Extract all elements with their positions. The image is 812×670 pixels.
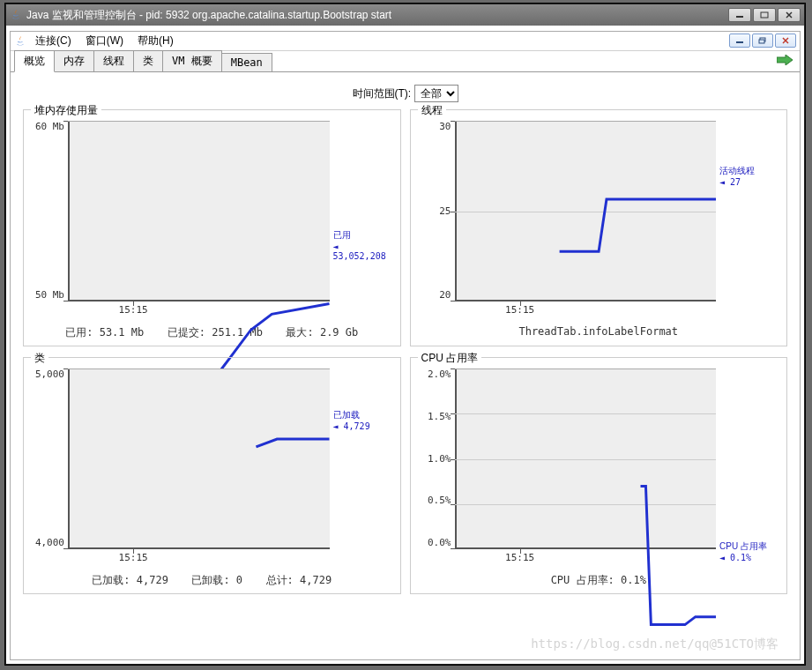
reconnect-icon[interactable] bbox=[777, 55, 793, 65]
chart-threads-footer: ThreadTab.infoLabelFormat bbox=[416, 316, 782, 338]
tab-classes[interactable]: 类 bbox=[133, 50, 163, 71]
chart-classes-plot: 15:15 bbox=[68, 368, 330, 549]
menu-connect[interactable]: 连接(C) bbox=[30, 32, 77, 50]
chart-classes-yaxis: 5,000 4,000 bbox=[29, 368, 68, 564]
chart-threads-legend: 活动线程 ◄ 27 bbox=[716, 121, 781, 316]
chart-heap: 堆内存使用量 60 Mb 50 Mb bbox=[23, 109, 401, 346]
chart-cpu-plot: 15:15 bbox=[455, 368, 717, 549]
chart-classes-title: 类 bbox=[31, 351, 48, 366]
tab-memory[interactable]: 内存 bbox=[54, 50, 94, 71]
chart-classes-legend: 已加载 ◄ 4,729 bbox=[330, 368, 395, 564]
chart-heap-yaxis: 60 Mb 50 Mb bbox=[29, 121, 68, 316]
svg-rect-6 bbox=[759, 40, 764, 43]
tab-vm-summary[interactable]: VM 概要 bbox=[162, 50, 222, 71]
chart-heap-title: 堆内存使用量 bbox=[31, 103, 101, 118]
time-range-label: 时间范围(T): bbox=[353, 87, 412, 100]
tab-threads[interactable]: 线程 bbox=[93, 50, 134, 71]
charts-grid: 堆内存使用量 60 Mb 50 Mb bbox=[23, 109, 787, 594]
tab-bar: 概览 内存 线程 类 VM 概要 MBean bbox=[11, 51, 800, 72]
tab-overview[interactable]: 概览 bbox=[14, 50, 55, 72]
chart-heap-plot: 15:15 bbox=[68, 121, 330, 302]
content-area: 时间范围(T): 全部 堆内存使用量 60 Mb 50 Mb bbox=[11, 74, 800, 659]
chart-classes: 类 5,000 4,000 bbox=[23, 357, 401, 594]
inner-restore-button[interactable] bbox=[752, 34, 773, 48]
inner-close-button[interactable] bbox=[775, 34, 796, 48]
chart-threads: 线程 30 25 20 bbox=[410, 109, 788, 346]
time-range-row: 时间范围(T): 全部 bbox=[23, 81, 787, 109]
chart-threads-plot: 15:15 bbox=[455, 121, 717, 302]
chart-heap-footer: 已用: 53.1 Mb 已提交: 251.1 Mb 最大: 2.9 Gb bbox=[29, 316, 395, 340]
tab-mbean[interactable]: MBean bbox=[221, 53, 272, 71]
title-bar: Java 监视和管理控制台 - pid: 5932 org.apache.cat… bbox=[6, 4, 804, 26]
chart-cpu-legend: CPU 占用率 ◄ 0.1% bbox=[716, 368, 781, 564]
menu-window[interactable]: 窗口(W) bbox=[80, 32, 129, 50]
chart-cpu-yaxis: 2.0% 1.5% 1.0% 0.5% 0.0% bbox=[416, 368, 455, 564]
java-icon-inner bbox=[14, 35, 26, 48]
chart-cpu-title: CPU 占用率 bbox=[418, 351, 482, 366]
svg-rect-1 bbox=[761, 12, 768, 18]
inner-minimize-button[interactable] bbox=[729, 34, 750, 48]
inner-window: 连接(C) 窗口(W) 帮助(H) 概览 内存 线程 类 VM 概要 MBean… bbox=[10, 31, 801, 660]
close-button[interactable] bbox=[778, 8, 801, 22]
time-range-select[interactable]: 全部 bbox=[414, 85, 458, 102]
window-title: Java 监视和管理控制台 - pid: 5932 org.apache.cat… bbox=[26, 8, 724, 23]
menu-help[interactable]: 帮助(H) bbox=[132, 32, 179, 50]
chart-cpu-footer: CPU 占用率: 0.1% bbox=[416, 564, 782, 588]
maximize-button[interactable] bbox=[753, 8, 776, 22]
java-icon bbox=[10, 9, 22, 21]
chart-classes-footer: 已加载: 4,729 已卸载: 0 总计: 4,729 bbox=[29, 564, 395, 588]
minimize-button[interactable] bbox=[728, 8, 751, 22]
chart-threads-yaxis: 30 25 20 bbox=[416, 121, 455, 316]
svg-marker-9 bbox=[777, 55, 793, 65]
watermark: https://blog.csdn.net/qq@51CTO博客 bbox=[531, 636, 778, 652]
chart-heap-legend: 已用 ◄ 53,052,208 bbox=[330, 121, 395, 316]
outer-window: Java 监视和管理控制台 - pid: 5932 org.apache.cat… bbox=[5, 4, 805, 665]
menu-bar: 连接(C) 窗口(W) 帮助(H) bbox=[11, 32, 800, 51]
chart-cpu: CPU 占用率 2.0% 1.5% 1.0% 0.5% 0.0% bbox=[410, 357, 788, 594]
chart-threads-title: 线程 bbox=[418, 103, 446, 118]
